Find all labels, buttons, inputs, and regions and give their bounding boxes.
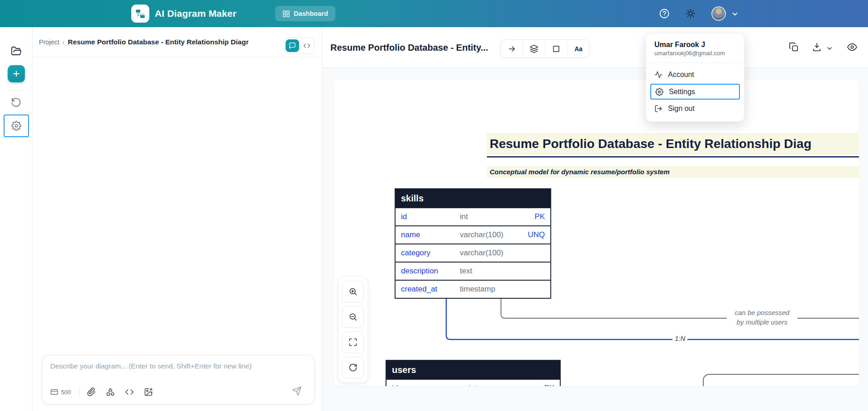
copy-button[interactable] <box>789 42 799 52</box>
menu-item-settings[interactable]: Settings <box>650 84 740 100</box>
composer-toolbar: 500 <box>50 385 163 399</box>
code-mode-button[interactable] <box>301 39 313 52</box>
field-type: varchar(100) <box>460 249 503 258</box>
insert-code-button[interactable] <box>125 387 134 397</box>
text-tool-button[interactable]: Aa <box>567 40 589 57</box>
canvas-header: Resume Portfolio Database - Entity... <box>322 27 868 68</box>
field-key: PK <box>544 384 554 386</box>
field-type: timestamp <box>460 285 495 294</box>
theme-toggle-button[interactable] <box>685 8 696 19</box>
credit-count-value: 500 <box>61 389 71 396</box>
field-name: category <box>401 249 460 258</box>
chat-panel: Project › Resume Portfolio Database - En… <box>33 27 322 411</box>
shapes-icon <box>106 387 115 397</box>
diagram-title: Resume Portfolio Database - Entity Relat… <box>487 133 859 155</box>
menu-item-sign-out[interactable]: Sign out <box>646 100 744 117</box>
note-shape-partial[interactable] <box>703 374 859 386</box>
top-navbar: AI Diagram Maker Dashboard <box>0 0 868 27</box>
fit-view-button[interactable] <box>342 331 364 353</box>
entity-name: users <box>386 361 560 379</box>
diagram-subtitle: Conceptual model for dynamic resume/port… <box>487 166 859 178</box>
avatar[interactable] <box>711 6 726 21</box>
field-type: varchar(100) <box>460 230 503 239</box>
entity-users[interactable]: users id int PK <box>386 360 561 386</box>
copy-icon <box>789 42 799 52</box>
field-row[interactable]: category varchar(100) <box>396 244 550 262</box>
field-name: id <box>392 384 469 386</box>
dashboard-label: Dashboard <box>294 10 328 17</box>
relationship-cardinality: 1:N <box>672 335 687 342</box>
menu-item-account[interactable]: Account <box>646 67 744 83</box>
square-icon <box>552 45 560 53</box>
field-row[interactable]: created_at timestamp <box>396 280 550 298</box>
canvas-toolbar: Aa <box>500 39 590 58</box>
user-name: Umar Farook J <box>646 41 744 49</box>
diagram-canvas[interactable]: Resume Portfolio Database - Entity Relat… <box>334 80 859 386</box>
grid-icon <box>282 10 290 18</box>
folder-open-icon <box>11 46 22 57</box>
field-name: created_at <box>401 285 460 294</box>
gear-icon <box>655 88 663 96</box>
field-row[interactable]: id int PK <box>386 379 560 386</box>
annotation-line: by multiple users <box>727 317 797 327</box>
chat-bubble-icon <box>289 42 296 49</box>
arrow-tool-button[interactable] <box>501 40 523 57</box>
zoom-in-button[interactable] <box>342 281 364 302</box>
layers-icon <box>529 44 539 53</box>
dashboard-button[interactable]: Dashboard <box>275 6 335 21</box>
code-icon <box>125 387 134 397</box>
paperclip-icon <box>87 387 96 397</box>
menu-item-label: Settings <box>669 88 695 96</box>
sign-out-icon <box>654 105 663 113</box>
entity-skills[interactable]: skills id int PK name varchar(100) UNQ c… <box>395 188 551 299</box>
breadcrumb-root[interactable]: Project <box>39 38 59 46</box>
composer: Describe your diagram... (Enter to send,… <box>42 355 315 405</box>
field-name: id <box>401 212 460 221</box>
chat-mode-button[interactable] <box>286 39 299 52</box>
app-title: AI Diagram Maker <box>155 0 237 27</box>
panel-mode-toggle <box>284 38 315 54</box>
download-options-button[interactable] <box>826 45 833 52</box>
activity-icon <box>654 71 663 79</box>
layers-tool-button[interactable] <box>523 40 545 57</box>
gear-icon <box>11 121 21 131</box>
card-icon <box>50 388 58 396</box>
canvas-title: Resume Portfolio Database - Entity... <box>330 27 488 68</box>
field-type: int <box>460 212 468 221</box>
field-name: description <box>401 267 460 276</box>
composer-input[interactable]: Describe your diagram... (Enter to send,… <box>50 361 255 371</box>
diagram-title-underline <box>487 156 859 158</box>
field-name: name <box>401 230 460 239</box>
download-button[interactable] <box>812 42 822 52</box>
reset-view-button[interactable] <box>342 357 364 378</box>
zoom-out-icon <box>348 312 358 321</box>
send-button[interactable] <box>292 386 302 396</box>
code-icon <box>303 42 310 49</box>
attach-button[interactable] <box>87 387 96 397</box>
image-upload-button[interactable] <box>144 387 153 397</box>
main-area: Resume Portfolio Database - Entity... <box>322 27 868 411</box>
breadcrumb-title: Resume Portfolio Database - Entity Relat… <box>68 38 249 46</box>
preview-button[interactable] <box>847 42 857 52</box>
left-rail <box>0 27 33 411</box>
shape-tool-button[interactable] <box>545 40 567 57</box>
user-menu-toggle[interactable] <box>731 10 739 18</box>
sun-icon <box>685 8 696 19</box>
field-row[interactable]: id int PK <box>396 207 550 225</box>
menu-item-label: Sign out <box>668 105 695 113</box>
zoom-out-button[interactable] <box>342 306 364 328</box>
shapes-button[interactable] <box>106 387 115 397</box>
breadcrumb: Project › Resume Portfolio Database - En… <box>33 27 322 57</box>
eye-icon <box>847 42 857 52</box>
settings-rail-button[interactable] <box>4 115 29 137</box>
field-row[interactable]: description text <box>396 262 550 280</box>
help-button[interactable] <box>659 8 670 19</box>
history-button[interactable] <box>11 97 22 108</box>
field-row[interactable]: name varchar(100) UNQ <box>396 225 550 244</box>
text-tool-label: Aa <box>575 45 582 53</box>
arrow-right-icon <box>507 44 516 53</box>
field-type: int <box>469 384 477 386</box>
projects-button[interactable] <box>11 46 22 57</box>
download-icon <box>812 42 822 52</box>
new-diagram-button[interactable] <box>8 65 25 82</box>
